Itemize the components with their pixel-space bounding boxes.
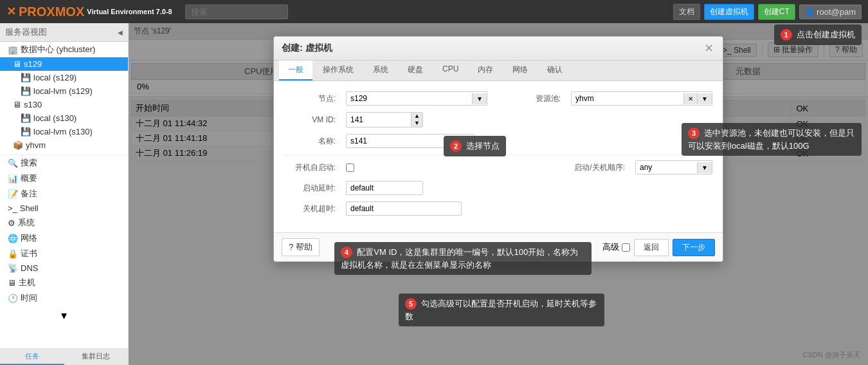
nav-time[interactable]: 🕐 时间 — [0, 290, 128, 306]
start-order-label: 启动/关机顺序: — [561, 162, 625, 173]
modal-tab-system[interactable]: 系统 — [364, 61, 397, 80]
form-row-startup-delay: 启动延时: default — [284, 181, 712, 195]
advanced-checkbox[interactable] — [622, 243, 630, 252]
server-icon: 🖥 — [13, 59, 21, 69]
sidebar-item-local-lvm-s130[interactable]: 💾 local-lvm (s130) — [0, 125, 128, 138]
sidebar-item-datacenter[interactable]: 🏢 数据中心 (yhcluster) — [0, 42, 128, 57]
vmid-spinner: 141 ▲ ▼ — [346, 112, 423, 127]
topbar: ✕ PROXMOX Virtual Environment 7.0-8 文档 创… — [0, 0, 868, 23]
form-row-shutdown: 关机超时: default — [284, 201, 712, 216]
doc-button[interactable]: 文档 — [673, 4, 700, 20]
sidebar-item-local-s129[interactable]: 💾 local (s129) — [0, 71, 128, 84]
callout-5: 5 勾选高级可以配置是否开机启动，延时关机等参数 — [399, 294, 604, 326]
help-footer-btn[interactable]: ? 帮助 — [282, 238, 320, 256]
footer-left: ? 帮助 — [282, 238, 320, 256]
tab-cluster-log[interactable]: 集群日志 — [64, 349, 129, 365]
storage2-icon: 💾 — [21, 113, 31, 123]
modal-footer: ? 帮助 高级 返回 下一步 — [274, 232, 723, 261]
modal-tab-confirm[interactable]: 确认 — [538, 61, 572, 80]
startup-delay-wrapper: default — [346, 181, 423, 195]
callout-num-5: 5 — [405, 298, 417, 310]
tab-tasks[interactable]: 任务 — [0, 349, 64, 365]
shell-icon: >_ — [8, 203, 17, 213]
sidebar-item-local-lvm-s129[interactable]: 💾 local-lvm (s129) — [0, 84, 128, 98]
nav-search[interactable]: 🔍 搜索 — [0, 155, 128, 171]
nav-summary[interactable]: 📊 概要 — [0, 171, 128, 186]
logo-icon: ✕ — [6, 5, 16, 19]
nav-certs[interactable]: 🔒 证书 — [0, 246, 128, 261]
logo-proxmox: PROXMOX — [19, 5, 84, 19]
nav-items: 🔍 搜索 📊 概要 📝 备注 >_ Shell ⚙ 系统 🌐 网络 — [0, 154, 128, 306]
resource-pool-value: yhvm — [572, 92, 683, 105]
modal-close-button[interactable]: ✕ — [702, 42, 715, 55]
sidebar-item-local-s130[interactable]: 💾 local (s130) — [0, 111, 128, 125]
notes-icon: 📝 — [8, 189, 18, 199]
logo: ✕ PROXMOX Virtual Environment 7.0-8 — [6, 5, 172, 19]
resource-pool-label: 资源池: — [522, 93, 561, 104]
storage-icon: 💾 — [21, 73, 31, 82]
nav-system[interactable]: ⚙ 系统 — [0, 215, 128, 230]
modal-tab-memory[interactable]: 内存 — [469, 61, 502, 80]
dns-icon: 📡 — [8, 263, 18, 273]
vmid-label: VM ID: — [284, 115, 336, 124]
start-order-dropdown[interactable]: ▼ — [697, 162, 712, 173]
modal-tab-general[interactable]: 一般 — [279, 61, 312, 80]
logo-subtitle: Virtual Environment 7.0-8 — [87, 8, 172, 15]
footer-right: 高级 返回 下一步 — [602, 239, 715, 256]
modal-overlay: 创建: 虚拟机 ✕ 一般 操作系统 系统 硬盘 CPU 内存 网络 确认 — [129, 23, 868, 365]
user-info: 👤 root@pam — [799, 5, 862, 19]
nav-hosts[interactable]: 🖥 主机 — [0, 275, 128, 290]
cert-icon: 🔒 — [8, 249, 18, 259]
modal-tab-cpu[interactable]: CPU — [433, 61, 467, 80]
modal-title: 创建: 虚拟机 — [282, 42, 332, 54]
start-order-value: any — [636, 161, 697, 174]
node-dropdown-btn[interactable]: ▼ — [472, 93, 487, 104]
name-input[interactable]: s141 — [346, 134, 475, 148]
autostart-label: 开机自启动: — [284, 162, 336, 173]
form-row-node: 节点: s129 ▼ 资源池: yhvm ✕ ▼ — [284, 91, 712, 106]
server2-icon: 🖥 — [13, 100, 21, 109]
vmid-up-btn[interactable]: ▲ — [411, 113, 422, 120]
resource-pool-dropdown-btn[interactable]: ▼ — [697, 93, 712, 104]
modal-tabs: 一般 操作系统 系统 硬盘 CPU 内存 网络 确认 — [274, 61, 723, 81]
name-label: 名称: — [284, 136, 336, 147]
form-row-name: 名称: s141 — [284, 134, 712, 148]
start-order-wrapper: any ▼ — [635, 160, 712, 174]
system-icon: ⚙ — [8, 218, 15, 228]
callout-num-1: 1 — [781, 29, 792, 41]
sidebar-expand-btn[interactable]: ▾ — [0, 306, 128, 325]
modal-tab-os[interactable]: 操作系统 — [314, 61, 363, 80]
vmid-down-btn[interactable]: ▼ — [411, 120, 422, 127]
create-ct-button[interactable]: 创建CT — [758, 4, 795, 20]
sidebar-item-s129[interactable]: 🖥 s129 — [0, 57, 128, 71]
next-btn[interactable]: 下一步 — [673, 239, 715, 256]
modal-title-bar: 创建: 虚拟机 ✕ — [274, 37, 723, 61]
shutdown-label: 关机超时: — [284, 203, 336, 214]
nav-shell[interactable]: >_ Shell — [0, 201, 128, 215]
vmid-spinner-btns: ▲ ▼ — [411, 113, 422, 127]
back-btn[interactable]: 返回 — [634, 239, 669, 256]
shutdown-timeout-wrapper: default — [346, 201, 462, 216]
search-input[interactable] — [185, 5, 288, 19]
sidebar-collapse-icon[interactable]: ◀ — [118, 29, 123, 36]
network-icon: 🌐 — [8, 234, 18, 243]
shutdown-timeout-value: default — [347, 202, 461, 215]
resource-pool-clear-btn[interactable]: ✕ — [683, 93, 697, 104]
callout-1: 1 点击创建虚拟机 — [774, 24, 862, 45]
sidebar-item-yhvm[interactable]: 📦 yhvm — [0, 138, 128, 152]
sidebar-bottom: 任务 集群日志 — [0, 348, 128, 365]
modal-tab-disk[interactable]: 硬盘 — [399, 61, 432, 80]
nav-dns[interactable]: 📡 DNS — [0, 261, 128, 275]
storage-lvm-icon: 💾 — [21, 86, 31, 96]
resource-pool-wrapper: yhvm ✕ ▼ — [571, 91, 712, 106]
vmid-input[interactable]: 141 — [347, 113, 411, 127]
nav-notes[interactable]: 📝 备注 — [0, 186, 128, 201]
create-vm-button[interactable]: 创建虚拟机 — [704, 4, 754, 20]
nav-network[interactable]: 🌐 网络 — [0, 230, 128, 246]
sidebar-item-s130[interactable]: 🖥 s130 — [0, 98, 128, 111]
autostart-checkbox[interactable] — [346, 164, 354, 172]
summary-icon: 📊 — [8, 174, 18, 183]
modal-tab-network[interactable]: 网络 — [503, 61, 537, 80]
startup-delay-label: 启动延时: — [284, 183, 336, 194]
vm-icon: 📦 — [13, 140, 23, 150]
